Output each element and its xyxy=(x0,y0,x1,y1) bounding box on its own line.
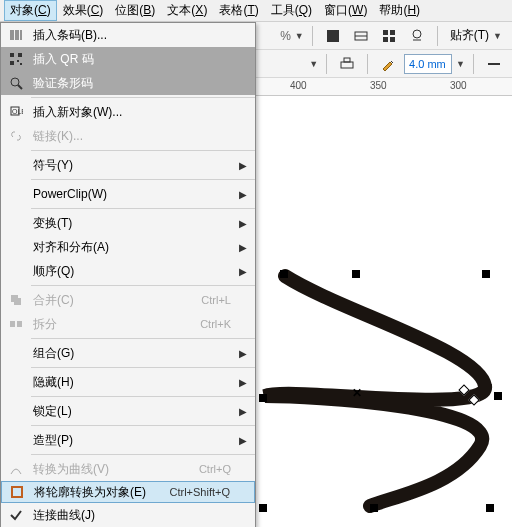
selection-handle[interactable] xyxy=(259,394,267,402)
menubar-item[interactable]: 位图(B) xyxy=(109,0,161,21)
menubar: 对象(C)效果(C)位图(B)文本(X)表格(T)工具(Q)窗口(W)帮助(H) xyxy=(0,0,512,22)
svg-rect-28 xyxy=(10,321,15,327)
ruler-tick: 350 xyxy=(370,80,387,91)
tool2-btn-2[interactable] xyxy=(482,52,506,76)
svg-rect-27 xyxy=(14,298,21,305)
menubar-item[interactable]: 窗口(W) xyxy=(318,0,373,21)
menu-item[interactable]: 连接曲线(J) xyxy=(1,503,255,527)
svg-rect-5 xyxy=(383,37,388,42)
svg-rect-21 xyxy=(20,63,22,65)
svg-rect-18 xyxy=(18,53,22,57)
menubar-item[interactable]: 对象(C) xyxy=(4,0,57,21)
barcode-icon xyxy=(1,28,31,42)
selection-handle[interactable] xyxy=(494,392,502,400)
menu-item[interactable]: 验证条形码 xyxy=(1,71,255,95)
svg-rect-10 xyxy=(344,58,350,62)
ole-icon: OLE xyxy=(1,105,31,119)
svg-rect-17 xyxy=(10,53,14,57)
outline-width-input[interactable] xyxy=(404,54,452,74)
menu-item[interactable]: 变换(T)▶ xyxy=(1,211,255,235)
selection-handle[interactable] xyxy=(259,504,267,512)
menu-item[interactable]: 对齐和分布(A)▶ xyxy=(1,235,255,259)
object-menu-dropdown: 插入条码(B)...插入 QR 码验证条形码OLE插入新对象(W)...链接(K… xyxy=(0,22,256,527)
menu-item[interactable]: 组合(G)▶ xyxy=(1,341,255,365)
link-icon xyxy=(1,129,31,143)
menubar-item[interactable]: 表格(T) xyxy=(213,0,264,21)
svg-rect-3 xyxy=(383,30,388,35)
outline-icon xyxy=(2,485,32,499)
menu-item-label: 链接(K)... xyxy=(31,128,255,145)
svg-rect-19 xyxy=(10,61,14,65)
menu-item-shortcut: Ctrl+L xyxy=(201,294,255,306)
menu-item-label: 拆分 xyxy=(31,316,200,333)
menu-item-label: 验证条形码 xyxy=(31,75,255,92)
menu-item: 合并(C)Ctrl+L xyxy=(1,288,255,312)
menu-item-label: 组合(G) xyxy=(31,345,255,362)
svg-point-22 xyxy=(11,78,19,86)
menu-item-label: 变换(T) xyxy=(31,215,255,232)
curve-icon xyxy=(1,462,31,476)
ruler-tick: 300 xyxy=(450,80,467,91)
svg-rect-30 xyxy=(12,487,22,497)
selection-handle[interactable] xyxy=(482,270,490,278)
tool-btn-3[interactable] xyxy=(377,24,401,48)
menu-item[interactable]: OLE插入新对象(W)... xyxy=(1,100,255,124)
menubar-item[interactable]: 文本(X) xyxy=(161,0,213,21)
menu-item-label: 锁定(L) xyxy=(31,403,255,420)
svg-rect-0 xyxy=(327,30,339,42)
qr-icon xyxy=(1,52,31,66)
selection-handle[interactable] xyxy=(280,270,288,278)
menu-item[interactable]: 插入条码(B)... xyxy=(1,23,255,47)
submenu-arrow-icon: ▶ xyxy=(239,377,247,388)
combine-icon xyxy=(1,293,31,307)
menu-item-label: PowerClip(W) xyxy=(31,187,255,201)
selection-handle[interactable] xyxy=(370,504,378,512)
submenu-arrow-icon: ▶ xyxy=(239,189,247,200)
pen-tool-icon[interactable] xyxy=(376,52,400,76)
svg-text:OLE: OLE xyxy=(12,108,23,115)
menu-item-label: 插入新对象(W)... xyxy=(31,104,255,121)
menu-item-shortcut: Ctrl+K xyxy=(200,318,255,330)
tool-btn-4[interactable] xyxy=(405,24,429,48)
submenu-arrow-icon: ▶ xyxy=(239,160,247,171)
center-marker: ✕ xyxy=(352,386,362,400)
svg-rect-4 xyxy=(390,30,395,35)
chevron-down-icon[interactable]: ▼ xyxy=(295,31,304,41)
menu-item[interactable]: 顺序(Q)▶ xyxy=(1,259,255,283)
svg-rect-29 xyxy=(17,321,22,327)
menu-item-label: 造型(P) xyxy=(31,432,255,449)
menu-item-label: 顺序(Q) xyxy=(31,263,255,280)
validate-icon xyxy=(1,76,31,90)
menu-item-label: 隐藏(H) xyxy=(31,374,255,391)
menu-item-label: 合并(C) xyxy=(31,292,201,309)
selection-handle[interactable] xyxy=(352,270,360,278)
menu-item[interactable]: 隐藏(H)▶ xyxy=(1,370,255,394)
menu-item[interactable]: 造型(P)▶ xyxy=(1,428,255,452)
menu-item: 转换为曲线(V)Ctrl+Q xyxy=(1,457,255,481)
menu-item[interactable]: PowerClip(W)▶ xyxy=(1,182,255,206)
menu-item[interactable]: 符号(Y)▶ xyxy=(1,153,255,177)
snap-label: 贴齐(T) xyxy=(450,27,489,44)
menu-item-label: 插入 QR 码 xyxy=(31,51,255,68)
tool2-btn-1[interactable] xyxy=(335,52,359,76)
menu-item[interactable]: 将轮廓转换为对象(E)Ctrl+Shift+Q xyxy=(1,481,255,503)
submenu-arrow-icon: ▶ xyxy=(239,242,247,253)
submenu-arrow-icon: ▶ xyxy=(239,406,247,417)
selection-handle[interactable] xyxy=(486,504,494,512)
menubar-item[interactable]: 工具(Q) xyxy=(265,0,318,21)
menubar-item[interactable]: 效果(C) xyxy=(57,0,110,21)
menubar-item[interactable]: 帮助(H) xyxy=(373,0,426,21)
menu-item: 链接(K)... xyxy=(1,124,255,148)
tool-btn-2[interactable] xyxy=(349,24,373,48)
snap-button[interactable]: 贴齐(T) ▼ xyxy=(446,24,506,48)
menu-item-label: 对齐和分布(A) xyxy=(31,239,255,256)
menu-item[interactable]: 插入 QR 码 xyxy=(1,47,255,71)
svg-rect-20 xyxy=(17,60,19,62)
menu-item[interactable]: 锁定(L)▶ xyxy=(1,399,255,423)
menu-item-label: 插入条码(B)... xyxy=(31,27,255,44)
svg-rect-6 xyxy=(390,37,395,42)
svg-point-7 xyxy=(413,30,421,38)
menu-item-shortcut: Ctrl+Shift+Q xyxy=(169,486,254,498)
menu-item-label: 连接曲线(J) xyxy=(31,507,255,524)
tool-btn-1[interactable] xyxy=(321,24,345,48)
